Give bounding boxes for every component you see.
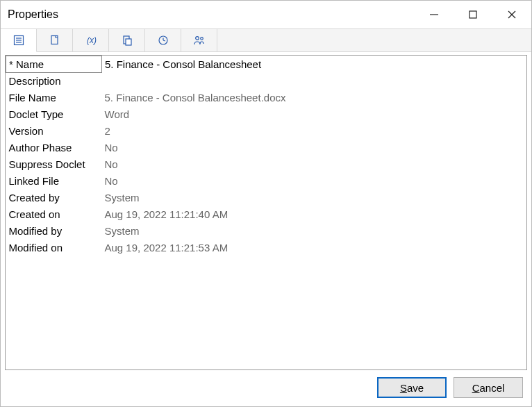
cancel-label: Cancel: [472, 382, 505, 394]
value-doclet-type: Word: [102, 106, 527, 123]
row-modified-by: Modified by System: [6, 223, 527, 240]
svg-rect-11: [126, 39, 131, 45]
row-created-on: Created on Aug 19, 2022 11:21:40 AM: [6, 206, 527, 223]
row-author-phase: Author Phase No: [6, 140, 527, 156]
clock-icon: [158, 35, 169, 46]
label-name: * Name: [6, 56, 102, 73]
value-file-name: 5. Finance - Consol Balancesheet.docx: [102, 90, 527, 106]
tab-history[interactable]: [145, 29, 181, 51]
copy-sheet-icon: [49, 35, 60, 46]
value-modified-by: System: [102, 223, 527, 240]
value-created-by: System: [102, 190, 527, 206]
label-linked-file: Linked File: [6, 173, 102, 190]
tab-variables[interactable]: (x): [73, 29, 109, 51]
close-button[interactable]: [492, 1, 531, 28]
value-author-phase: No: [102, 140, 527, 156]
variable-x-icon: (x): [85, 35, 97, 46]
property-grid: * Name 5. Finance - Consol Balancesheet …: [5, 55, 527, 370]
tab-properties[interactable]: [1, 29, 37, 52]
svg-line-14: [163, 40, 165, 41]
label-modified-by: Modified by: [6, 223, 102, 240]
value-version: 2: [102, 123, 527, 140]
row-linked-file: Linked File No: [6, 173, 527, 190]
dialog-buttons: Save Cancel: [5, 370, 527, 402]
value-suppress-doclet: No: [102, 156, 527, 173]
value-description[interactable]: [102, 73, 527, 90]
row-name: * Name 5. Finance - Consol Balancesheet: [6, 56, 527, 73]
value-created-on: Aug 19, 2022 11:21:40 AM: [102, 206, 527, 223]
svg-rect-1: [469, 11, 476, 18]
row-suppress-doclet: Suppress Doclet No: [6, 156, 527, 173]
label-doclet-type: Doclet Type: [6, 106, 102, 123]
label-suppress-doclet: Suppress Doclet: [6, 156, 102, 173]
minimize-button[interactable]: [415, 1, 454, 28]
row-doclet-type: Doclet Type Word: [6, 106, 527, 123]
label-created-on: Created on: [6, 206, 102, 223]
label-author-phase: Author Phase: [6, 140, 102, 156]
label-description: Description: [6, 73, 102, 90]
svg-point-16: [200, 38, 203, 40]
close-icon: [507, 10, 517, 19]
cancel-button[interactable]: Cancel: [454, 377, 523, 398]
minimize-icon: [429, 10, 439, 19]
label-modified-on: Modified on: [6, 240, 102, 256]
titlebar: Properties: [1, 1, 531, 28]
save-button[interactable]: Save: [377, 377, 447, 398]
value-linked-file: No: [102, 173, 527, 190]
tab-copy-sheet[interactable]: [37, 29, 73, 51]
maximize-button[interactable]: [454, 1, 492, 28]
value-modified-on: Aug 19, 2022 11:21:53 AM: [102, 240, 527, 256]
row-created-by: Created by System: [6, 190, 527, 206]
tab-paste[interactable]: [109, 29, 145, 51]
tab-toolbar: (x): [1, 28, 531, 52]
window-title: Properties: [8, 8, 58, 21]
save-label: Save: [400, 382, 424, 394]
properties-list-icon: [13, 35, 24, 46]
paste-icon: [122, 35, 133, 46]
label-file-name: File Name: [6, 90, 102, 106]
window-controls: [415, 1, 531, 28]
row-modified-on: Modified on Aug 19, 2022 11:21:53 AM: [6, 240, 527, 256]
label-version: Version: [6, 123, 102, 140]
row-file-name: File Name 5. Finance - Consol Balanceshe…: [6, 90, 527, 106]
svg-text:(x): (x): [87, 35, 97, 45]
maximize-icon: [468, 10, 478, 19]
value-name[interactable]: 5. Finance - Consol Balancesheet: [102, 56, 527, 73]
properties-dialog: Properties: [0, 0, 532, 407]
row-description: Description: [6, 73, 527, 90]
tab-users[interactable]: [181, 29, 217, 51]
content-area: * Name 5. Finance - Consol Balancesheet …: [1, 52, 531, 406]
svg-point-15: [195, 37, 199, 40]
row-version: Version 2: [6, 123, 527, 140]
svg-rect-8: [51, 36, 58, 44]
users-icon: [193, 35, 206, 46]
label-created-by: Created by: [6, 190, 102, 206]
